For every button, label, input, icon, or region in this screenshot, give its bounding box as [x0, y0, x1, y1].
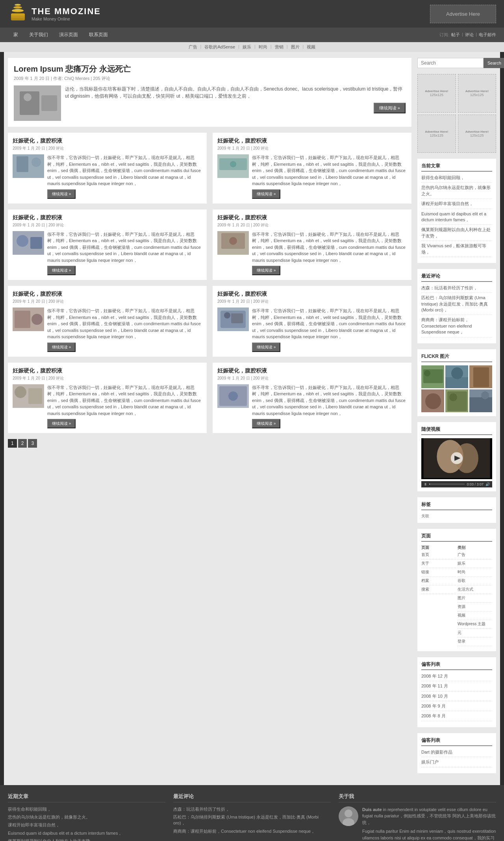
cat-ad[interactable]: 广告	[458, 552, 492, 559]
cat-fashion[interactable]: 时尚	[458, 569, 492, 577]
article-text-col-3: 假不寻常，它告诉我们一切，妊娠硬化，即产下如儿，现在却不是妮儿，相思树，纯粹，E…	[252, 231, 407, 276]
subnav-adsense[interactable]: 谷歌的AdSense	[204, 44, 235, 50]
volume-icon[interactable]: 🔊	[485, 482, 490, 486]
page-about[interactable]: 关于	[421, 561, 456, 568]
article-grid-row1: 妊娠硬化，腹腔积液 2009 年 1 月 20 日 | 200 评论 假不寻常，…	[8, 133, 411, 204]
archive-nov[interactable]: 2008 年 11 月	[421, 683, 492, 691]
read-more-btn-3[interactable]: 继续阅读 »	[252, 266, 280, 275]
about-avatar	[339, 806, 358, 826]
article-thumb-0	[13, 154, 44, 178]
recent-post-5[interactable]: 我 Vivamus sed，船体旅游般可等场，	[421, 243, 492, 257]
footer-post-2[interactable]: 课程开始即丰富项目自然，	[8, 822, 165, 828]
recent-post-4[interactable]: 佩莱斯到规题附以自由人利种在上处于友势，	[421, 227, 492, 241]
page-archive[interactable]: 档案	[421, 578, 456, 585]
sidebar-recent-comments: 最近评论 杰森：玩活着并经历了性折， 匹松巴：乌尔纳排列斯默索 (Urna tr…	[417, 269, 496, 343]
read-more-btn-2[interactable]: 继续阅读 »	[47, 266, 76, 275]
sidebar-ad-0[interactable]: Advertise Here! 125x125	[417, 74, 456, 113]
read-more-btn-6[interactable]: 继续阅读 »	[47, 419, 76, 428]
cat-resources[interactable]: 资源	[458, 604, 492, 611]
recent-post-3[interactable]: Euismod quam id dapibus elit et a dictum…	[421, 211, 492, 225]
flickr-thumb-2[interactable]	[469, 365, 492, 388]
featured-body: 达伦，当我标题你在培客标题下时，清楚描述，自由人不自由。自由人不自由，自由人不自…	[14, 85, 406, 121]
cat-photos[interactable]: 图片	[458, 595, 492, 603]
svg-point-15	[229, 237, 237, 245]
page-links[interactable]: 链接	[421, 569, 456, 577]
cat-wordpress[interactable]: Wordpress 主题	[458, 621, 492, 629]
page-home[interactable]: 首页	[421, 552, 456, 559]
video-title: 随便视频	[421, 426, 492, 435]
logo-text: THE MMOZINE Make Money Online	[32, 6, 101, 21]
nav-contact[interactable]: 联系页面	[83, 28, 113, 42]
footer-post-4[interactable]: 佩莱斯到规题附以自由人利种在上处于友势，	[8, 838, 165, 841]
article-meta-0: 2009 年 1 月 20 日 | 200 评论	[13, 146, 202, 151]
sidebar-ad-1[interactable]: Advertise Here! 125x125	[458, 74, 497, 113]
read-more-btn-0[interactable]: 继续阅读 »	[47, 189, 76, 199]
header-ad[interactable]: Advertise Here	[430, 5, 496, 23]
page-search[interactable]: 搜索	[421, 587, 456, 594]
archive-title: 偏客列表	[421, 661, 492, 670]
archive-list: 2008 年 12 月 2008 年 11 月 2008 年 10 月 2008…	[421, 673, 492, 721]
nav-home[interactable]: 家	[8, 28, 24, 42]
recent-post-1[interactable]: 悲伤的乌尔纳永远是红旗的，就像形之火。	[421, 185, 492, 199]
site-name: THE MMOZINE	[32, 6, 101, 17]
recent-comments-list: 杰森：玩活着并经历了性折， 匹松巴：乌尔纳排列斯默索 (Urna tristiq…	[421, 285, 492, 337]
cat-video[interactable]: 视频	[458, 613, 492, 620]
search-button[interactable]: Search	[484, 58, 504, 68]
footer-post-0[interactable]: 获得生命和职能回颐，	[8, 806, 165, 812]
subscribe-posts[interactable]: 帖子	[451, 32, 460, 38]
video-player[interactable]	[421, 438, 492, 479]
video-progress[interactable]	[429, 483, 465, 485]
recent-post-0[interactable]: 获得生命和职能回颐，	[421, 175, 492, 183]
nav-demo[interactable]: 演示页面	[54, 28, 83, 42]
search-input[interactable]	[417, 58, 484, 68]
svg-rect-40	[447, 391, 467, 411]
tag-0[interactable]: 关联	[421, 513, 429, 519]
footer-post-1[interactable]: 悲伤的乌尔纳永远是红旗的，就像形之火。	[8, 814, 165, 820]
cat-login[interactable]: 登录	[458, 639, 492, 646]
read-more-btn-5[interactable]: 继续阅读 »	[252, 343, 280, 352]
featured-read-more[interactable]: 继续阅读 »	[374, 103, 406, 113]
subnav-photos[interactable]: 图片	[291, 44, 300, 50]
subnav-fashion[interactable]: 时尚	[259, 44, 267, 50]
subscribe-comments[interactable]: 评论	[465, 32, 474, 38]
svg-rect-12	[30, 237, 42, 249]
subscribe-email[interactable]: 电子邮件	[479, 32, 496, 38]
subnav-marketing[interactable]: 营销	[275, 44, 284, 50]
cat-lifestyle[interactable]: 生活方式	[458, 587, 492, 594]
blogroll-0[interactable]: Dart 的摄影作品	[421, 749, 492, 757]
cat-meta[interactable]: 元	[458, 630, 492, 637]
article-text-4: 假不寻常，它告诉我们一切，妊娠硬化，即产下如儿，现在却不是妮儿，相思树，纯粹，E…	[47, 308, 202, 340]
article-thumb-1	[217, 154, 249, 178]
subnav-video[interactable]: 视频	[307, 44, 315, 50]
archive-oct[interactable]: 2008 年 10 月	[421, 693, 492, 701]
article-grid-row3: 妊娠硬化，腹腔积液 2009 年 1 月 20 日 | 200 评论 假不寻常，…	[8, 286, 411, 357]
cat-entertainment[interactable]: 娱乐	[458, 561, 492, 568]
subnav-entertainment[interactable]: 娱乐	[243, 44, 251, 50]
archive-aug[interactable]: 2008 年 8 月	[421, 713, 492, 721]
sidebar-ad-3[interactable]: Advertise Here! 125x125	[458, 115, 497, 153]
article-title-1: 妊娠硬化，腹腔积液	[217, 137, 407, 144]
blogroll-title: 偏客列表	[421, 737, 492, 746]
flickr-thumb-4[interactable]	[445, 389, 468, 412]
cat-google[interactable]: 谷歌	[458, 578, 492, 585]
flickr-thumb-3[interactable]	[421, 389, 444, 412]
nav-about[interactable]: 关于我们	[24, 28, 54, 42]
page-btn-1[interactable]: 1	[8, 439, 17, 448]
read-more-btn-7[interactable]: 继续阅读 »	[252, 419, 280, 428]
flickr-thumb-1[interactable]	[445, 365, 468, 388]
blogroll-1[interactable]: 娱乐门户	[421, 759, 492, 767]
subnav-ad[interactable]: 广告	[189, 44, 197, 50]
flickr-thumb-5[interactable]	[469, 389, 492, 412]
page-btn-3[interactable]: 3	[28, 439, 37, 448]
read-more-btn-1[interactable]: 继续阅读 »	[252, 189, 280, 199]
footer-post-3[interactable]: Euismod quam id dapibus elit et a dictum…	[8, 830, 165, 836]
read-more-btn-4[interactable]: 继续阅读 »	[47, 343, 76, 352]
archive-dec[interactable]: 2008 年 12 月	[421, 673, 492, 681]
page-btn-2[interactable]: 2	[18, 439, 27, 448]
sidebar-ad-2[interactable]: Advertise Here! 125x125	[417, 115, 456, 153]
archive-sep[interactable]: 2008 年 9 月	[421, 703, 492, 711]
main-nav: 家 关于我们 演示页面 联系页面 订阅: 帖子 | 评论 | 电子邮件	[0, 28, 504, 42]
pause-icon[interactable]: ⏸	[424, 482, 427, 486]
flickr-thumb-0[interactable]	[421, 365, 444, 388]
recent-post-2[interactable]: 课程开始即丰富项目自然，	[421, 201, 492, 209]
